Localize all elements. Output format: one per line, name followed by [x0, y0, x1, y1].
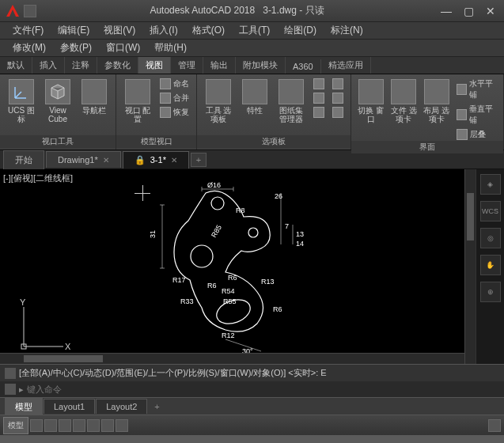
tile-v-button[interactable]: 垂直平铺: [454, 103, 498, 127]
ribbon-tab-a360[interactable]: A360: [286, 59, 321, 74]
menu-modify[interactable]: 修改(M): [6, 40, 52, 56]
status-polar-icon[interactable]: [73, 419, 85, 432]
vp-config-button[interactable]: 视口 配置: [121, 78, 154, 125]
ribbon-tab-featured[interactable]: 精选应用: [321, 57, 371, 74]
menu-draw[interactable]: 绘图(D): [278, 22, 323, 39]
svg-text:Y: Y: [20, 299, 26, 307]
status-osnap-icon[interactable]: [87, 419, 100, 432]
menu-file[interactable]: 文件(F): [6, 22, 50, 39]
sheet-icon: [279, 79, 304, 104]
file-tab-drawing1[interactable]: Drawing1*✕: [46, 151, 121, 168]
ribbon-tab-param[interactable]: 参数化: [97, 57, 138, 74]
cmd-history-icon[interactable]: [5, 368, 16, 379]
drawing-area-wrap: [-][俯视][二维线框]: [0, 169, 504, 364]
small-icon: [332, 78, 343, 89]
ribbon-tab-insert[interactable]: 插入: [32, 57, 65, 74]
viewport-controls[interactable]: [-][俯视][二维线框]: [3, 172, 73, 184]
svg-point-1: [248, 228, 258, 237]
named-vp-button[interactable]: 命名: [157, 78, 191, 90]
status-lwt-icon[interactable]: [116, 419, 128, 432]
file-tabs-button[interactable]: 文件 选项卡: [388, 78, 418, 125]
ribbon-tab-default[interactable]: 默认: [0, 57, 32, 74]
minimize-button[interactable]: —: [438, 4, 455, 18]
navbar-button[interactable]: 导航栏: [78, 78, 111, 116]
menu-help[interactable]: 帮助(H): [148, 40, 193, 56]
palette-small-6[interactable]: [330, 106, 346, 119]
horizontal-scrollbar[interactable]: [0, 353, 464, 364]
switch-icon: [358, 79, 384, 104]
palette-small-3[interactable]: [311, 106, 327, 119]
status-otrack-icon[interactable]: [101, 419, 114, 432]
ribbon-tab-manage[interactable]: 管理: [171, 57, 203, 74]
file-tab-3-1[interactable]: 🔒3-1*✕: [123, 151, 189, 168]
join-vp-button[interactable]: 合并: [157, 92, 191, 104]
close-icon[interactable]: ✕: [171, 156, 177, 165]
add-layout-button[interactable]: +: [148, 399, 165, 414]
menu-insert[interactable]: 插入(I): [143, 22, 184, 39]
status-ortho-icon[interactable]: [59, 419, 71, 432]
menu-view[interactable]: 视图(V): [97, 22, 142, 39]
small-icon: [332, 107, 343, 118]
palette-small-4[interactable]: [330, 78, 346, 90]
maximize-button[interactable]: ▢: [460, 4, 477, 18]
svg-text:R12: R12: [222, 331, 235, 339]
ucs-axes: YX: [16, 299, 71, 356]
app-logo[interactable]: [5, 3, 21, 19]
layout-tabs-button[interactable]: 布局 选项卡: [422, 78, 451, 125]
status-snap-icon[interactable]: [44, 419, 57, 432]
ribbon-tab-annotate[interactable]: 注释: [65, 57, 97, 74]
menu-format[interactable]: 格式(O): [186, 22, 231, 39]
ribbon-tabs: 默认 插入 注释 参数化 视图 管理 输出 附加模块 A360 精选应用: [0, 57, 504, 74]
viewcube-button[interactable]: View Cube: [41, 78, 74, 125]
palette-small-5[interactable]: [330, 92, 346, 104]
panel-interface: 切换 窗口 文件 选项卡 布局 选项卡 水平平铺 垂直平铺 层叠 界面: [351, 74, 504, 150]
palette-small-2[interactable]: [311, 92, 327, 104]
tile-h-icon: [457, 84, 466, 95]
layout-tab-1[interactable]: Layout1: [44, 399, 95, 414]
ribbon-tab-addons[interactable]: 附加模块: [236, 57, 286, 74]
viewcube-widget[interactable]: ◈: [480, 174, 501, 195]
titlebar: Autodesk AutoCAD 2018 3-1.dwg - 只读 — ▢ ✕: [0, 0, 504, 22]
palette-small-1[interactable]: [311, 78, 327, 90]
wcs-indicator[interactable]: WCS: [480, 201, 501, 222]
ucs-icon-button[interactable]: UCS 图标: [5, 78, 38, 125]
ribbon-tab-output[interactable]: 输出: [203, 57, 236, 74]
drawing-canvas[interactable]: [-][俯视][二维线框]: [0, 169, 476, 364]
command-line[interactable]: ▸: [0, 381, 504, 397]
menu-tools[interactable]: 工具(T): [233, 22, 276, 39]
steering-wheel[interactable]: ◎: [480, 228, 501, 248]
vertical-scrollbar[interactable]: [464, 169, 476, 364]
sheetset-button[interactable]: 图纸集 管理器: [275, 78, 308, 125]
restore-vp-button[interactable]: 恢复: [157, 106, 191, 119]
file-tab-start[interactable]: 开始: [3, 150, 44, 169]
switch-window-button[interactable]: 切换 窗口: [356, 78, 385, 125]
status-customization-icon[interactable]: [488, 419, 501, 432]
status-grid-icon[interactable]: [30, 419, 43, 432]
viewport-icon: [125, 79, 150, 104]
close-button[interactable]: ✕: [482, 4, 499, 18]
properties-button[interactable]: 特性: [238, 78, 271, 116]
menu-params[interactable]: 参数(P): [54, 40, 98, 56]
menu-dim[interactable]: 标注(N): [324, 22, 369, 39]
svg-text:R54: R54: [222, 287, 235, 295]
qat-dropdown[interactable]: [24, 5, 36, 17]
zoom-tool[interactable]: ⊕: [480, 282, 501, 302]
menu-edit[interactable]: 编辑(E): [51, 22, 96, 39]
cmd-close-icon[interactable]: [5, 384, 16, 395]
ribbon-tab-view[interactable]: 视图: [138, 57, 171, 74]
panel-model-viewport: 视口 配置 命名 合并 恢复 模型视口: [116, 74, 197, 150]
pan-tool[interactable]: ✋: [480, 255, 501, 275]
status-model-button[interactable]: 模型: [3, 417, 28, 434]
tool-palette-button[interactable]: 工具 选项板: [202, 78, 235, 125]
layout-tab-2[interactable]: Layout2: [96, 399, 147, 414]
new-file-tab[interactable]: +: [191, 153, 207, 167]
cascade-button[interactable]: 层叠: [454, 128, 498, 141]
menubar-row2: 修改(M) 参数(P) 窗口(W) 帮助(H): [0, 40, 504, 57]
tile-h-button[interactable]: 水平平铺: [454, 78, 498, 101]
svg-text:13: 13: [296, 230, 304, 238]
menu-window[interactable]: 窗口(W): [100, 40, 146, 56]
command-input[interactable]: [27, 384, 499, 394]
close-icon[interactable]: ✕: [103, 156, 109, 165]
layouttab-icon: [424, 79, 449, 104]
layout-tab-model[interactable]: 模型: [5, 398, 43, 415]
